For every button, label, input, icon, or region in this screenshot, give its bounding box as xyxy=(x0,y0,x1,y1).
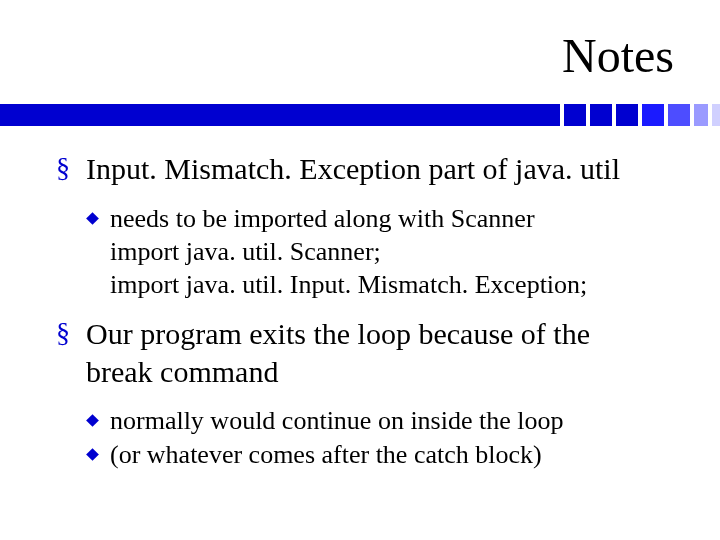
accent-block xyxy=(668,104,690,126)
accent-block xyxy=(616,104,638,126)
accent-block xyxy=(564,104,586,126)
accent-block xyxy=(694,104,708,126)
bullet-level1: Input. Mismatch. Exception part of java.… xyxy=(56,150,664,188)
bullet-level2: needs to be imported along with Scanner xyxy=(56,202,664,235)
bullet-subgroup: needs to be imported along with Scanner … xyxy=(56,202,664,302)
bullet-text: normally would continue on inside the lo… xyxy=(110,406,564,435)
slide-title: Notes xyxy=(562,28,674,83)
bullet-text: Our program exits the loop because of th… xyxy=(86,317,590,388)
accent-block xyxy=(590,104,612,126)
accent-stripe-blocks xyxy=(560,104,720,126)
slide-content: Input. Mismatch. Exception part of java.… xyxy=(56,150,664,485)
bullet-subgroup: normally would continue on inside the lo… xyxy=(56,404,664,471)
bullet-level2-continuation: import java. util. Input. Mismatch. Exce… xyxy=(56,268,664,301)
bullet-level2: (or whatever comes after the catch block… xyxy=(56,438,664,471)
accent-block xyxy=(642,104,664,126)
accent-stripe-solid xyxy=(0,104,560,126)
accent-stripe xyxy=(0,104,720,126)
bullet-text: Input. Mismatch. Exception part of java.… xyxy=(86,152,620,185)
bullet-level2: normally would continue on inside the lo… xyxy=(56,404,664,437)
accent-block xyxy=(712,104,720,126)
bullet-level2-continuation: import java. util. Scanner; xyxy=(56,235,664,268)
bullet-text: (or whatever comes after the catch block… xyxy=(110,440,542,469)
bullet-level1: Our program exits the loop because of th… xyxy=(56,315,664,390)
slide: Notes Input. Mismatch. Exception part of… xyxy=(0,0,720,540)
bullet-text: import java. util. Scanner; xyxy=(110,237,381,266)
bullet-text: import java. util. Input. Mismatch. Exce… xyxy=(110,270,587,299)
bullet-text: needs to be imported along with Scanner xyxy=(110,204,535,233)
